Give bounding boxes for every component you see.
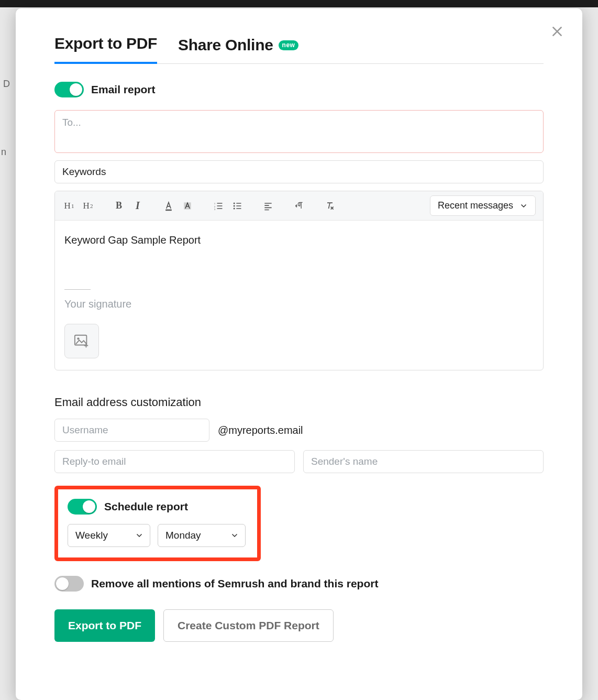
- chevron-down-icon: [230, 531, 239, 540]
- chevron-down-icon: [135, 531, 143, 540]
- email-report-toggle[interactable]: [54, 82, 84, 97]
- direction-button[interactable]: [292, 198, 306, 214]
- svg-text:1: 1: [214, 202, 216, 204]
- highlight-button[interactable]: [181, 198, 194, 214]
- sender-name-field[interactable]: [303, 450, 544, 473]
- editor-content-text: Keyword Gap Sample Report: [64, 234, 534, 246]
- reply-to-field[interactable]: [54, 450, 295, 473]
- branding-row: Remove all mentions of Semrush and brand…: [54, 576, 544, 592]
- tab-share-online[interactable]: Share Online new: [178, 36, 298, 63]
- tab-label: Export to PDF: [54, 35, 157, 52]
- toggle-knob: [70, 83, 82, 96]
- svg-point-7: [234, 207, 235, 209]
- customization-title: Email address customization: [54, 396, 544, 409]
- svg-point-6: [234, 205, 235, 206]
- schedule-day-select[interactable]: Monday: [158, 524, 246, 547]
- email-report-row: Email report: [54, 82, 544, 97]
- tab-export-pdf[interactable]: Export to PDF: [54, 35, 157, 64]
- email-report-label: Email report: [91, 83, 156, 96]
- italic-button[interactable]: I: [131, 198, 145, 214]
- recent-messages-select[interactable]: Recent messages: [430, 195, 536, 216]
- bg-text: n: [1, 147, 6, 158]
- svg-point-9: [77, 337, 79, 340]
- schedule-report-toggle[interactable]: [68, 499, 97, 515]
- bullet-list-button[interactable]: [230, 198, 244, 214]
- bg-text: D: [3, 79, 10, 90]
- ordered-list-button[interactable]: 1 2 3: [212, 198, 225, 214]
- button-label: Create Custom PDF Report: [178, 619, 319, 631]
- select-value: Weekly: [75, 530, 108, 541]
- align-left-icon: [263, 201, 273, 211]
- insert-image-button[interactable]: [64, 324, 99, 358]
- svg-point-5: [234, 202, 235, 204]
- align-button[interactable]: [261, 198, 275, 214]
- toggle-knob: [56, 577, 69, 590]
- svg-text:3: 3: [214, 208, 216, 211]
- email-to-field[interactable]: To...: [54, 110, 544, 153]
- editor-body[interactable]: Keyword Gap Sample Report Your signature: [55, 221, 543, 370]
- close-button[interactable]: [548, 22, 567, 41]
- h2-button[interactable]: H2: [81, 198, 95, 214]
- clear-format-icon: [325, 201, 335, 211]
- domain-suffix: @myreports.email: [218, 424, 303, 436]
- select-value: Monday: [165, 530, 201, 541]
- signature-divider: [64, 289, 91, 290]
- highlight-icon: [182, 201, 193, 211]
- svg-text:2: 2: [214, 205, 216, 207]
- toggle-knob: [83, 500, 95, 513]
- export-modal: Export to PDF Share Online new Email rep…: [16, 8, 582, 700]
- bold-button[interactable]: B: [112, 198, 126, 214]
- signature-placeholder: Your signature: [64, 298, 534, 310]
- recent-messages-label: Recent messages: [438, 200, 513, 211]
- create-custom-report-button[interactable]: Create Custom PDF Report: [163, 609, 334, 642]
- h1-button[interactable]: H1: [62, 198, 76, 214]
- bullet-list-icon: [232, 201, 242, 211]
- branding-toggle[interactable]: [54, 576, 84, 592]
- new-badge: new: [279, 40, 299, 50]
- text-color-icon: [163, 201, 174, 211]
- branding-label: Remove all mentions of Semrush and brand…: [91, 577, 378, 590]
- pilcrow-icon: [294, 201, 304, 211]
- export-to-pdf-button[interactable]: Export to PDF: [54, 609, 155, 642]
- customization-fields: @myreports.email: [54, 419, 544, 473]
- text-color-button[interactable]: [162, 198, 175, 214]
- schedule-report-label: Schedule report: [104, 500, 188, 513]
- action-buttons: Export to PDF Create Custom PDF Report: [54, 609, 544, 642]
- close-icon: [550, 25, 564, 38]
- rich-editor: H1 H2 B I: [54, 191, 544, 370]
- dark-top-strip: [0, 0, 598, 7]
- button-label: Export to PDF: [68, 619, 141, 631]
- username-field[interactable]: [54, 419, 209, 442]
- modal-tabs: Export to PDF Share Online new: [54, 35, 544, 64]
- editor-toolbar: H1 H2 B I: [55, 191, 543, 221]
- svg-rect-0: [165, 209, 172, 211]
- clear-format-button[interactable]: [323, 198, 337, 214]
- tab-label: Share Online: [178, 36, 273, 54]
- schedule-highlight-box: Schedule report Weekly Monday: [54, 486, 261, 561]
- image-add-icon: [74, 334, 90, 348]
- schedule-frequency-select[interactable]: Weekly: [68, 524, 150, 547]
- email-subject-field[interactable]: [54, 160, 544, 183]
- ordered-list-icon: 1 2 3: [213, 201, 224, 211]
- placeholder-text: To...: [62, 117, 81, 128]
- chevron-down-icon: [519, 202, 528, 210]
